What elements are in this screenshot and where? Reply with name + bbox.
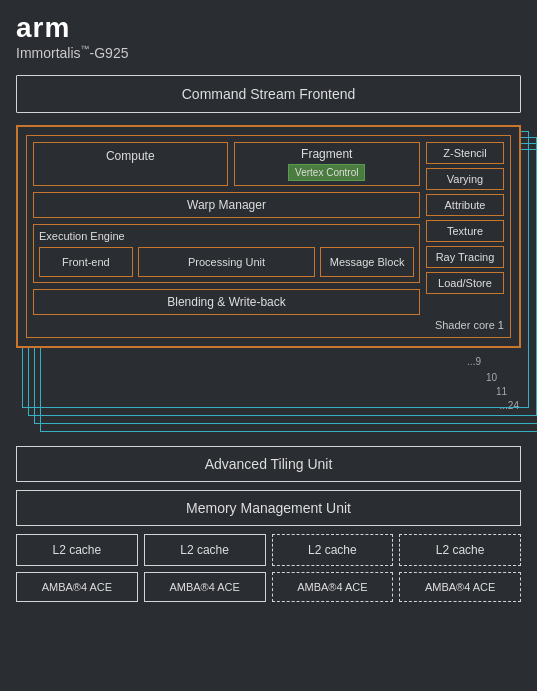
amba-3: AMBA®4 ACE — [272, 572, 394, 602]
processing-unit-box: Processing Unit — [138, 247, 316, 277]
shader-stack: Compute Fragment Vertex Control W — [16, 125, 521, 438]
load-store-box: Load/Store — [426, 272, 504, 294]
l2-cache-3: L2 cache — [272, 534, 394, 566]
shader-core-label: Shader core 1 — [33, 319, 504, 331]
mmu-box: Memory Management Unit — [16, 490, 521, 526]
right-pipeline: Z-Stencil Varying Attribute Texture Ray — [426, 142, 504, 315]
amba-1: AMBA®4 ACE — [16, 572, 138, 602]
z-stencil-box: Z-Stencil — [426, 142, 504, 164]
blending-box: Blending & Write-back — [33, 289, 420, 315]
brand-logo: arm — [16, 14, 521, 42]
atu-box: Advanced Tiling Unit — [16, 446, 521, 482]
texture-box: Texture — [426, 220, 504, 242]
vertex-control: Vertex Control — [288, 164, 365, 181]
amba-row: AMBA®4 ACE AMBA®4 ACE AMBA®4 ACE AMBA®4 … — [16, 572, 521, 602]
varying-box: Varying — [426, 168, 504, 190]
message-block-box: Message Block — [320, 247, 414, 277]
ray-tracing-box: Ray Tracing — [426, 246, 504, 268]
l2-cache-1: L2 cache — [16, 534, 138, 566]
attribute-box: Attribute — [426, 194, 504, 216]
l2-cache-2: L2 cache — [144, 534, 266, 566]
front-end-box: Front-end — [39, 247, 133, 277]
l2-cache-row: L2 cache L2 cache L2 cache L2 cache — [16, 534, 521, 566]
warp-manager: Warp Manager — [33, 192, 420, 218]
csf-box: Command Stream Frontend — [16, 75, 521, 113]
execution-engine: Execution Engine Front-end Processing Un… — [33, 224, 420, 283]
product-name: Immortalis™-G925 — [16, 44, 521, 61]
l2-cache-4: L2 cache — [399, 534, 521, 566]
amba-2: AMBA®4 ACE — [144, 572, 266, 602]
amba-4: AMBA®4 ACE — [399, 572, 521, 602]
fragment-box: Fragment Vertex Control — [234, 142, 421, 186]
compute-box: Compute — [33, 142, 228, 186]
